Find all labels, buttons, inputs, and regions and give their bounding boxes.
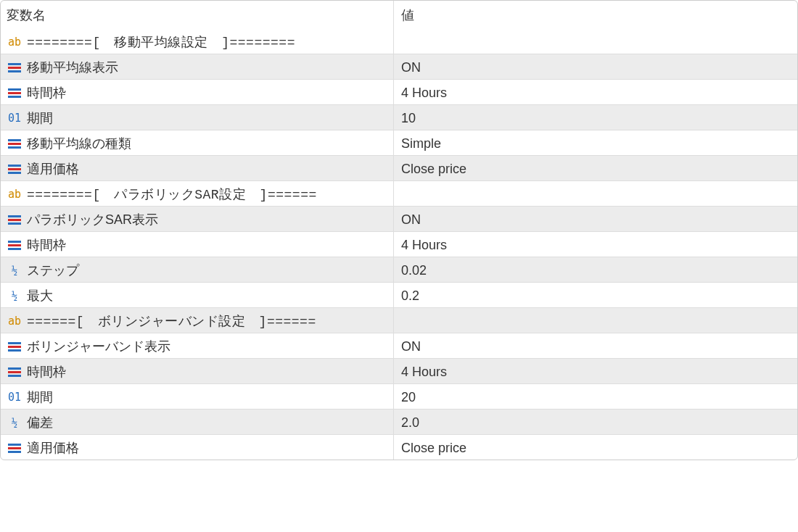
param-name-label: ステップ: [27, 262, 79, 279]
param-value-label: Simple: [401, 136, 441, 151]
param-value-label: 2.0: [401, 415, 419, 431]
svg-rect-0: [8, 63, 21, 65]
table-row[interactable]: ab========[ パラボリックSAR設定 ]======: [1, 180, 797, 206]
table-row[interactable]: 時間枠4 Hours: [1, 231, 797, 257]
svg-rect-17: [8, 248, 21, 250]
table-row[interactable]: ボリンジャーバンド表示ON: [1, 333, 797, 358]
header-value-cell: 値: [394, 1, 797, 28]
parameters-table: 変数名 値 ab========[ 移動平均線設定 ]========移動平均線…: [0, 0, 798, 460]
param-name-cell: ab======[ ボリンジャーバンド設定 ]======: [1, 308, 394, 333]
svg-rect-10: [8, 168, 21, 170]
param-value-cell[interactable]: [394, 181, 797, 206]
param-name-cell: 時間枠: [1, 80, 394, 104]
param-name-label: 期間: [27, 109, 53, 127]
param-value-cell[interactable]: 20: [394, 384, 797, 409]
svg-rect-7: [8, 143, 21, 145]
param-name-label: 偏差: [27, 414, 53, 431]
param-value-cell[interactable]: 0.2: [394, 283, 797, 307]
param-name-cell: ボリンジャーバンド表示: [1, 333, 394, 358]
param-value-cell[interactable]: Simple: [394, 130, 797, 155]
type-string-icon: ab: [7, 313, 22, 329]
svg-rect-19: [8, 346, 21, 348]
header-name-label: 変数名: [7, 7, 46, 24]
param-value-cell[interactable]: 4 Hours: [394, 232, 797, 257]
table-row[interactable]: ½最大0.2: [1, 282, 797, 307]
param-value-cell[interactable]: [394, 308, 797, 333]
param-name-cell: 適用価格: [1, 435, 394, 460]
param-value-cell[interactable]: 0.02: [394, 257, 797, 282]
param-name-cell: ½最大: [1, 283, 394, 307]
svg-rect-14: [8, 223, 21, 225]
param-name-label: 適用価格: [27, 439, 79, 457]
param-value-cell[interactable]: 4 Hours: [394, 80, 797, 104]
param-value-cell[interactable]: 2.0: [394, 410, 797, 434]
param-name-label: ======[ ボリンジャーバンド設定 ]======: [27, 312, 316, 330]
param-value-cell[interactable]: Close price: [394, 156, 797, 180]
param-name-cell: ½ステップ: [1, 257, 394, 282]
param-value-label: Close price: [401, 162, 466, 177]
table-row[interactable]: パラボリックSAR表示ON: [1, 206, 797, 231]
header-value-label: 値: [401, 7, 414, 24]
type-enum-icon: [7, 136, 22, 151]
param-value-cell[interactable]: ON: [394, 207, 797, 231]
param-name-label: 移動平均線の種類: [27, 135, 131, 152]
param-value-label: ON: [401, 339, 421, 354]
svg-rect-18: [8, 342, 21, 344]
type-string-icon: ab: [7, 186, 22, 202]
param-name-label: 移動平均線表示: [27, 59, 118, 76]
svg-rect-6: [8, 139, 21, 141]
type-enum-icon: [7, 440, 22, 456]
param-value-cell[interactable]: Close price: [394, 435, 797, 460]
table-row[interactable]: ab========[ 移動平均線設定 ]========: [1, 28, 797, 54]
param-name-cell: 時間枠: [1, 232, 394, 257]
type-double-icon: ½: [7, 262, 22, 278]
svg-rect-22: [8, 371, 21, 373]
table-row[interactable]: 移動平均線表示ON: [1, 54, 797, 79]
param-name-cell: 01期間: [1, 105, 394, 130]
table-row[interactable]: 01期間10: [1, 104, 797, 130]
svg-rect-2: [8, 70, 21, 72]
table-row[interactable]: ab======[ ボリンジャーバンド設定 ]======: [1, 307, 797, 333]
param-value-label: 4 Hours: [401, 86, 447, 101]
param-name-label: ========[ 移動平均線設定 ]========: [27, 33, 295, 51]
type-string-icon: ab: [7, 34, 22, 50]
param-value-label: Close price: [401, 441, 466, 456]
param-value-cell[interactable]: 10: [394, 105, 797, 130]
param-name-label: 適用価格: [27, 160, 79, 178]
param-value-label: 0.02: [401, 263, 427, 278]
svg-rect-16: [8, 244, 21, 246]
param-name-cell: ½偏差: [1, 410, 394, 434]
svg-rect-20: [8, 349, 21, 352]
svg-rect-13: [8, 219, 21, 221]
param-name-label: 時間枠: [27, 84, 66, 101]
table-row[interactable]: 01期間20: [1, 383, 797, 409]
table-row[interactable]: 適用価格Close price: [1, 155, 797, 180]
type-enum-icon: [7, 161, 22, 177]
table-row[interactable]: ½偏差2.0: [1, 409, 797, 434]
param-name-label: 期間: [27, 388, 53, 406]
param-value-label: ON: [401, 60, 421, 75]
type-enum-icon: [7, 364, 22, 380]
param-value-label: 4 Hours: [401, 238, 447, 253]
param-name-cell: 移動平均線の種類: [1, 130, 394, 155]
param-name-cell: ab========[ パラボリックSAR設定 ]======: [1, 181, 394, 206]
table-row[interactable]: 時間枠4 Hours: [1, 358, 797, 383]
type-double-icon: ½: [7, 288, 22, 304]
table-row[interactable]: ½ステップ0.02: [1, 257, 797, 282]
param-name-cell: 移動平均線表示: [1, 54, 394, 79]
param-value-cell[interactable]: [394, 28, 797, 54]
param-name-label: 時間枠: [27, 236, 66, 254]
param-value-cell[interactable]: ON: [394, 54, 797, 79]
param-value-cell[interactable]: ON: [394, 333, 797, 358]
param-name-cell: 01期間: [1, 384, 394, 409]
table-row[interactable]: 時間枠4 Hours: [1, 79, 797, 104]
param-name-cell: 時間枠: [1, 359, 394, 383]
svg-rect-24: [8, 444, 21, 446]
table-header-row: 変数名 値: [1, 1, 797, 28]
param-value-cell[interactable]: 4 Hours: [394, 359, 797, 383]
param-name-cell: 適用価格: [1, 156, 394, 180]
svg-rect-26: [8, 451, 21, 453]
svg-rect-11: [8, 172, 21, 174]
table-row[interactable]: 移動平均線の種類Simple: [1, 130, 797, 155]
table-row[interactable]: 適用価格Close price: [1, 434, 797, 460]
